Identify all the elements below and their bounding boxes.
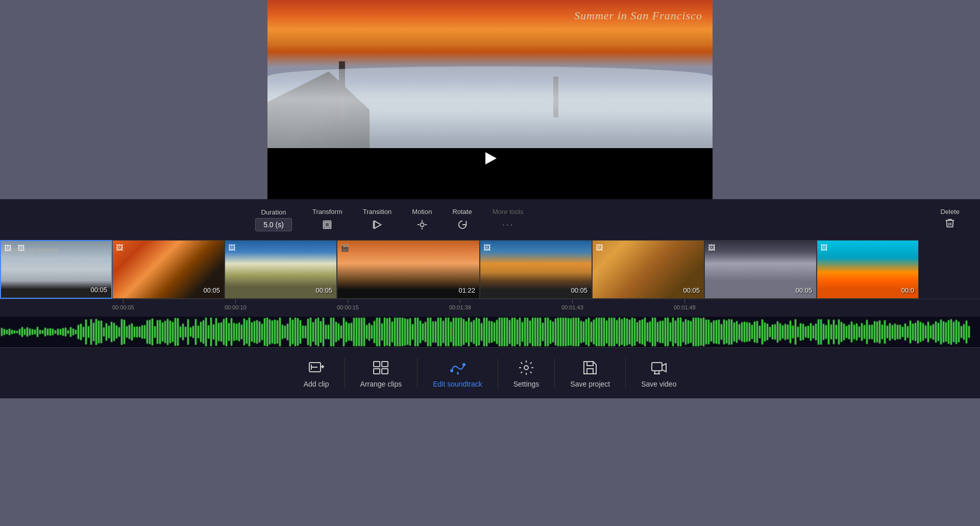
save-project-button[interactable]: Save project xyxy=(555,353,625,393)
svg-rect-89 xyxy=(205,318,207,346)
svg-rect-307 xyxy=(762,319,763,344)
transition-tool[interactable]: Transition xyxy=(353,208,402,232)
clip-3[interactable]: 🖼 00:05 xyxy=(225,240,337,299)
svg-rect-21 xyxy=(32,329,33,334)
clip-2[interactable]: 🖼 00:05 xyxy=(112,240,225,299)
trash-icon xyxy=(944,218,955,231)
transition-label: Transition xyxy=(363,208,392,216)
svg-rect-111 xyxy=(261,324,263,340)
svg-rect-101 xyxy=(236,324,237,341)
svg-rect-27 xyxy=(47,329,48,336)
svg-rect-233 xyxy=(573,318,574,346)
add-clip-button[interactable]: Add clip xyxy=(288,353,345,393)
svg-rect-164 xyxy=(397,318,398,346)
svg-rect-347 xyxy=(864,325,865,339)
more-tools-icon: ··· xyxy=(501,218,515,232)
clip-7[interactable]: 🖼 00:05 xyxy=(704,240,817,299)
svg-rect-152 xyxy=(366,325,368,339)
svg-point-402 xyxy=(524,366,528,370)
svg-rect-205 xyxy=(501,318,503,346)
delete-button[interactable]: Delete xyxy=(940,208,960,231)
save-video-button[interactable]: Save video xyxy=(626,353,692,393)
svg-rect-323 xyxy=(802,324,804,340)
svg-rect-26 xyxy=(44,328,46,336)
svg-rect-218 xyxy=(534,318,536,346)
clip-6[interactable]: 🖼 00:05 xyxy=(592,240,704,299)
svg-rect-292 xyxy=(723,320,725,345)
svg-rect-81 xyxy=(185,327,186,338)
clip-5-icon: 🖼 xyxy=(483,244,491,252)
svg-rect-343 xyxy=(853,325,855,340)
svg-rect-258 xyxy=(636,322,638,342)
clip-7-icon: 🖼 xyxy=(708,244,715,252)
svg-rect-189 xyxy=(460,318,462,346)
svg-rect-173 xyxy=(420,321,421,343)
clip-8[interactable]: 🖼 00:0 xyxy=(817,240,919,299)
play-button[interactable] xyxy=(480,148,500,169)
svg-rect-41 xyxy=(83,327,84,337)
svg-marker-406 xyxy=(662,364,666,372)
svg-rect-20 xyxy=(29,328,31,336)
svg-rect-137 xyxy=(328,325,329,340)
duration-tool[interactable]: Duration xyxy=(245,208,302,231)
svg-rect-223 xyxy=(547,318,549,346)
svg-rect-13 xyxy=(11,330,13,334)
clip-1-text: A come to San Franciaco xyxy=(6,247,58,252)
svg-rect-309 xyxy=(767,324,768,341)
svg-rect-404 xyxy=(587,362,593,366)
clip-4[interactable]: 🎬 01:22 xyxy=(337,240,480,299)
svg-rect-200 xyxy=(488,321,490,343)
svg-rect-124 xyxy=(295,318,296,346)
svg-rect-201 xyxy=(491,321,493,343)
svg-rect-287 xyxy=(710,323,712,342)
svg-rect-168 xyxy=(407,319,408,345)
ruler-label-1: 00:00:05 xyxy=(112,304,134,310)
motion-tool[interactable]: Motion xyxy=(402,208,442,232)
save-project-label: Save project xyxy=(570,380,610,388)
svg-rect-32 xyxy=(60,329,61,335)
svg-rect-242 xyxy=(596,318,597,346)
clip-3-duration: 00:05 xyxy=(315,286,332,294)
svg-rect-44 xyxy=(90,319,92,345)
svg-rect-397 xyxy=(382,369,388,374)
svg-rect-296 xyxy=(733,323,735,342)
svg-rect-177 xyxy=(430,318,431,346)
svg-rect-92 xyxy=(213,324,214,339)
clip-5-duration: 00:05 xyxy=(571,286,587,294)
more-tools-tool[interactable]: More tools ··· xyxy=(482,208,534,232)
waveform-svg xyxy=(0,317,980,347)
settings-button[interactable]: Settings xyxy=(498,353,555,393)
svg-rect-368 xyxy=(917,321,919,344)
svg-rect-56 xyxy=(121,319,122,345)
soundtrack-icon xyxy=(449,358,467,377)
svg-rect-319 xyxy=(792,326,794,339)
ruler-label-6: 00:01:48 xyxy=(674,304,696,310)
svg-rect-231 xyxy=(568,318,569,346)
svg-rect-62 xyxy=(136,326,138,337)
svg-rect-334 xyxy=(830,325,832,340)
svg-rect-35 xyxy=(67,330,69,334)
svg-rect-349 xyxy=(869,325,870,339)
svg-rect-75 xyxy=(169,321,171,343)
svg-rect-87 xyxy=(200,322,202,342)
svg-rect-248 xyxy=(611,318,612,346)
svg-rect-360 xyxy=(897,325,898,339)
duration-input[interactable] xyxy=(255,218,292,231)
svg-rect-116 xyxy=(274,320,276,344)
svg-rect-269 xyxy=(665,318,666,346)
svg-rect-55 xyxy=(118,327,120,337)
clip-5[interactable]: 🖼 00:05 xyxy=(480,240,592,299)
svg-rect-79 xyxy=(180,326,181,338)
arrange-clips-button[interactable]: Arrange clips xyxy=(345,353,418,393)
svg-rect-240 xyxy=(591,322,592,342)
transform-tool[interactable]: Transform xyxy=(302,208,353,232)
rotate-tool[interactable]: Rotate xyxy=(442,208,482,232)
ruler-label-2: 00:00:10 xyxy=(225,304,247,310)
svg-rect-378 xyxy=(943,321,944,343)
svg-rect-193 xyxy=(471,322,472,342)
svg-rect-155 xyxy=(374,321,375,343)
clip-1[interactable]: 🖼 🖼 A come to San Franciaco 00:05 xyxy=(0,240,112,299)
svg-rect-122 xyxy=(289,318,291,346)
edit-soundtrack-button[interactable]: Edit soundtrack xyxy=(418,353,498,393)
svg-rect-317 xyxy=(787,325,789,339)
